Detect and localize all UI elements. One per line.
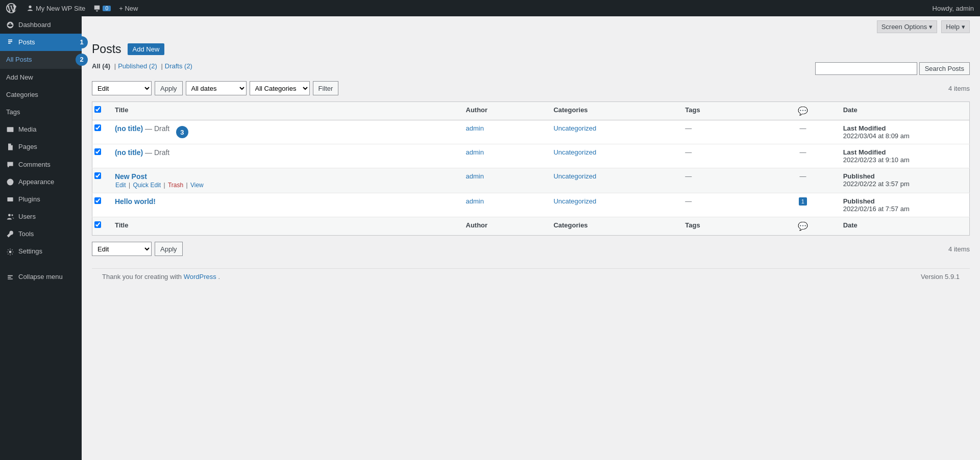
svg-point-5 bbox=[8, 214, 11, 217]
row3-edit-link[interactable]: Edit bbox=[115, 182, 126, 189]
sidebar-item-categories[interactable]: Categories bbox=[0, 86, 82, 104]
sidebar-item-media[interactable]: Media bbox=[0, 121, 82, 138]
sidebar-item-all-posts[interactable]: All Posts 2 bbox=[0, 51, 82, 68]
row4-comment-count-link[interactable]: 1 bbox=[799, 197, 807, 206]
row1-tags-cell: — bbox=[680, 120, 768, 144]
col-categories-foot[interactable]: Categories bbox=[548, 217, 680, 236]
collapse-menu-button[interactable]: Collapse menu bbox=[0, 269, 82, 285]
sidebar-label-categories: Categories bbox=[6, 90, 38, 99]
collapse-menu-label: Collapse menu bbox=[18, 273, 63, 280]
wordpress-link[interactable]: WordPress bbox=[184, 273, 218, 280]
dates-select[interactable]: All dates February 2022 March 2022 bbox=[186, 81, 247, 95]
row4-title-link[interactable]: Hello world! bbox=[115, 197, 156, 206]
sidebar-item-posts[interactable]: Posts 1 bbox=[0, 34, 82, 51]
appearance-icon bbox=[6, 178, 14, 186]
bulk-action-select-bottom[interactable]: Edit Move to Trash bbox=[92, 242, 152, 256]
site-name-link[interactable]: My New WP Site bbox=[22, 0, 89, 16]
add-new-button[interactable]: Add New bbox=[128, 43, 165, 55]
col-title-foot[interactable]: Title bbox=[110, 217, 461, 236]
filter-all[interactable]: All (4) bbox=[92, 62, 118, 70]
row3-checkbox[interactable] bbox=[94, 172, 101, 179]
filter-button[interactable]: Filter bbox=[313, 81, 339, 95]
row3-quick-edit-link[interactable]: Quick Edit bbox=[133, 182, 161, 189]
comments-link[interactable]: 0 bbox=[89, 0, 115, 16]
row4-category-link[interactable]: Uncategorized bbox=[553, 197, 596, 205]
filter-published[interactable]: Published (2) bbox=[118, 62, 165, 70]
categories-select[interactable]: All Categories Uncategorized bbox=[250, 81, 310, 95]
settings-icon bbox=[6, 248, 14, 256]
bulk-action-select-top[interactable]: Edit Move to Trash bbox=[92, 81, 152, 95]
col-author-foot[interactable]: Author bbox=[461, 217, 549, 236]
sidebar-item-tools[interactable]: Tools bbox=[0, 225, 82, 243]
sidebar-item-label-comments: Comments bbox=[18, 160, 51, 169]
sidebar-item-users[interactable]: Users bbox=[0, 208, 82, 225]
filter-drafts[interactable]: Drafts (2) bbox=[165, 62, 197, 70]
row2-category-link[interactable]: Uncategorized bbox=[553, 148, 596, 156]
row1-tags-value: — bbox=[685, 124, 692, 132]
row1-category-link[interactable]: Uncategorized bbox=[553, 124, 596, 132]
row1-comments-value: — bbox=[799, 124, 806, 132]
posts-icon bbox=[6, 38, 14, 46]
check-all-checkbox[interactable] bbox=[94, 106, 101, 113]
col-title[interactable]: Title bbox=[110, 102, 461, 120]
col-tags[interactable]: Tags bbox=[680, 102, 768, 120]
col-date[interactable]: Date bbox=[838, 102, 970, 120]
row4-categories-cell: Uncategorized bbox=[548, 193, 680, 217]
help-button[interactable]: Help ▾ bbox=[941, 20, 970, 33]
row3-author-link[interactable]: admin bbox=[466, 172, 484, 180]
wp-body-content: Posts Add New Search Posts bbox=[82, 37, 980, 295]
screen-options-button[interactable]: Screen Options ▾ bbox=[877, 20, 938, 33]
sidebar-item-add-new[interactable]: Add New bbox=[0, 69, 82, 86]
row4-checkbox[interactable] bbox=[94, 197, 101, 204]
check-all-checkbox-foot[interactable] bbox=[94, 221, 101, 228]
svg-rect-4 bbox=[7, 197, 13, 201]
row2-date-cell: Last Modified 2022/02/23 at 9:10 am bbox=[838, 144, 970, 168]
footer-credit: Thank you for creating with WordPress . bbox=[102, 273, 220, 280]
sidebar-item-tags[interactable]: Tags bbox=[0, 104, 82, 121]
col-comments-foot[interactable]: 💬 bbox=[768, 217, 838, 236]
wp-logo[interactable] bbox=[6, 3, 16, 13]
row3-title-link[interactable]: New Post bbox=[115, 172, 147, 181]
check-all-th-foot bbox=[92, 217, 110, 236]
new-content-link[interactable]: + New bbox=[115, 0, 142, 16]
row2-author-link[interactable]: admin bbox=[466, 148, 484, 156]
search-box: Search Posts bbox=[815, 62, 970, 75]
row4-author-link[interactable]: admin bbox=[466, 197, 484, 205]
table-thead: Title Author Categories Tags bbox=[92, 102, 970, 120]
sidebar-item-settings[interactable]: Settings bbox=[0, 243, 82, 260]
col-categories[interactable]: Categories bbox=[548, 102, 680, 120]
sidebar-item-plugins[interactable]: Plugins bbox=[0, 191, 82, 208]
row3-author-cell: admin bbox=[461, 168, 549, 193]
sidebar-item-comments[interactable]: Comments bbox=[0, 156, 82, 173]
media-icon bbox=[6, 125, 14, 134]
row1-author-link[interactable]: admin bbox=[466, 124, 484, 132]
row2-title-link[interactable]: (no title) — Draft bbox=[115, 148, 169, 157]
row3-trash-link[interactable]: Trash bbox=[168, 182, 183, 189]
annotation-bubble-1: 1 bbox=[76, 36, 88, 48]
table-row: (no title) — Draft Edit | Quick Edit | T… bbox=[92, 144, 970, 168]
row4-date-value: 2022/02/16 at 7:57 am bbox=[843, 205, 910, 213]
apply-bottom-button[interactable]: Apply bbox=[155, 242, 183, 256]
col-date-foot[interactable]: Date bbox=[838, 217, 970, 236]
row2-comments-value: — bbox=[799, 148, 806, 156]
main-content: Screen Options ▾ Help ▾ Posts Add New bbox=[82, 16, 980, 460]
sidebar-item-pages[interactable]: Pages bbox=[0, 138, 82, 156]
admin-bar: My New WP Site 0 + New Howdy, admin bbox=[0, 0, 980, 16]
sidebar-item-dashboard[interactable]: Dashboard bbox=[0, 16, 82, 34]
row3-categories-cell: Uncategorized bbox=[548, 168, 680, 193]
row3-view-link[interactable]: View bbox=[190, 182, 204, 189]
row2-checkbox-cell bbox=[92, 144, 110, 168]
row2-checkbox[interactable] bbox=[94, 148, 101, 155]
col-comments[interactable]: 💬 bbox=[768, 102, 838, 120]
col-author[interactable]: Author bbox=[461, 102, 549, 120]
admin-sidebar: Dashboard Posts 1 bbox=[0, 16, 82, 460]
row1-checkbox[interactable] bbox=[94, 124, 101, 131]
apply-top-button[interactable]: Apply bbox=[155, 81, 183, 95]
annotation-bubble-2: 2 bbox=[76, 54, 88, 66]
col-tags-foot[interactable]: Tags bbox=[680, 217, 768, 236]
search-posts-button[interactable]: Search Posts bbox=[919, 62, 970, 75]
search-input[interactable] bbox=[815, 62, 917, 75]
row3-category-link[interactable]: Uncategorized bbox=[553, 172, 596, 180]
row1-title-link[interactable]: (no title) — Draft bbox=[115, 124, 169, 133]
sidebar-item-appearance[interactable]: Appearance bbox=[0, 173, 82, 191]
